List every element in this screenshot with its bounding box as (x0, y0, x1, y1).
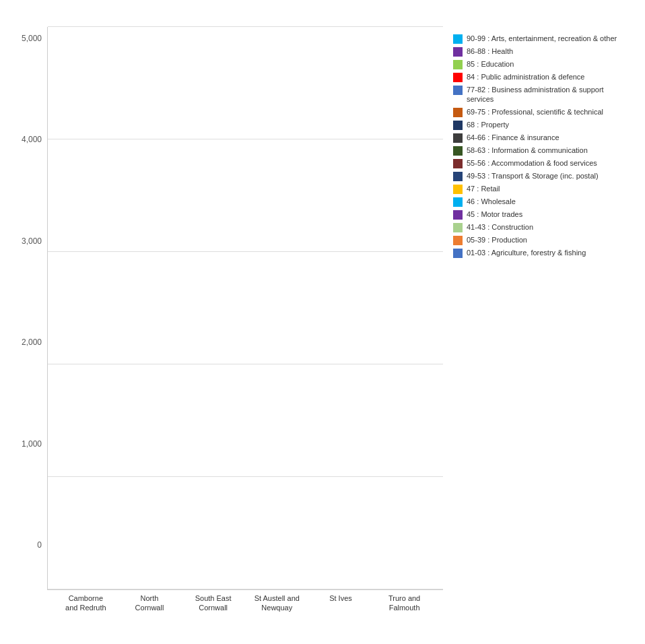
legend-label: 86-88 : Health (467, 46, 513, 56)
legend-color-box (453, 185, 463, 194)
legend-label: 41-43 : Construction (467, 222, 533, 232)
y-axis-label: 5,000 (22, 34, 42, 43)
legend-label: 47 : Retail (467, 184, 500, 193)
y-axis-label: 0 (37, 540, 42, 550)
x-axis-label: South East Cornwall (190, 590, 237, 631)
legend-item: 41-43 : Construction (453, 222, 632, 232)
legend-color-box (453, 133, 463, 143)
legend-color-box (453, 146, 463, 156)
legend-item: 84 : Public administration & defence (453, 72, 632, 82)
legend-label: 85 : Education (467, 59, 514, 69)
legend-color-box (453, 86, 463, 95)
x-axis-label: Camborne and Redruth (62, 590, 109, 631)
legend-label: 84 : Public administration & defence (467, 72, 585, 82)
legend-label: 45 : Motor trades (467, 210, 522, 219)
legend-label: 68 : Property (467, 120, 509, 129)
bars-row (48, 27, 443, 589)
legend-label: 49-53 : Transport & Storage (inc. postal… (467, 171, 599, 181)
x-axis-label: Truro and Falmouth (381, 590, 428, 631)
chart-inner (47, 27, 443, 590)
legend-item: 58-63 : Information & communication (453, 146, 632, 156)
y-axis-label: 3,000 (22, 236, 42, 246)
legend-label: 64-66 : Finance & insurance (467, 133, 559, 142)
legend-color-box (453, 172, 463, 181)
legend-item: 64-66 : Finance & insurance (453, 133, 632, 143)
legend-color-box (453, 121, 463, 130)
legend-item: 86-88 : Health (453, 46, 632, 57)
x-axis-label: St Austell and Newquay (253, 590, 300, 631)
legend-label: 05-39 : Production (467, 235, 527, 245)
legend-color-box (453, 34, 463, 44)
legend-color-box (453, 60, 463, 69)
legend-label: 58-63 : Information & communication (467, 146, 588, 155)
y-axis-label: 4,000 (22, 135, 42, 144)
legend-color-box (453, 108, 463, 117)
legend-item: 05-39 : Production (453, 235, 632, 245)
legend-label: 69-75 : Professional, scientific & techn… (467, 107, 603, 117)
legend-color-box (453, 197, 463, 207)
legend-color-box (453, 159, 463, 168)
legend-label: 46 : Wholesale (467, 197, 516, 206)
y-axis-label: 1,000 (22, 439, 42, 449)
legend-label: 55-56 : Accommodation & food services (467, 158, 597, 168)
legend-item: 69-75 : Professional, scientific & techn… (453, 107, 632, 117)
legend-item: 47 : Retail (453, 184, 632, 194)
legend-item: 46 : Wholesale (453, 197, 632, 207)
chart-container: 5,0004,0003,0002,0001,0000 Camborne and … (0, 0, 645, 644)
x-axis-label: St Ives (317, 590, 364, 631)
legend-item: 77-82 : Business administration & suppor… (453, 85, 632, 104)
legend-color-box (453, 236, 463, 245)
legend-item: 90-99 : Arts, entertainment, recreation … (453, 34, 632, 44)
x-axis-label: North Cornwall (126, 590, 173, 631)
legend-item: 68 : Property (453, 120, 632, 130)
legend-item: 49-53 : Transport & Storage (inc. postal… (453, 171, 632, 181)
legend-label: 77-82 : Business administration & suppor… (467, 85, 632, 104)
legend-color-box (453, 249, 463, 258)
plot-area: 5,0004,0003,0002,0001,0000 Camborne and … (13, 27, 443, 631)
legend-color-box (453, 73, 463, 82)
legend-item: 85 : Education (453, 59, 632, 69)
legend-label: 01-03 : Agriculture, forestry & fishing (467, 248, 586, 257)
legend-item: 55-56 : Accommodation & food services (453, 158, 632, 168)
legend-color-box (453, 210, 463, 220)
legend-color-box (453, 223, 463, 232)
legend-item: 01-03 : Agriculture, forestry & fishing (453, 248, 632, 258)
y-axis-label: 2,000 (22, 337, 42, 347)
y-axis: 5,0004,0003,0002,0001,0000 (13, 27, 47, 590)
bars-wrapper (47, 27, 443, 590)
legend: 90-99 : Arts, entertainment, recreation … (443, 27, 632, 631)
legend-label: 90-99 : Arts, entertainment, recreation … (467, 34, 617, 43)
x-axis: Camborne and RedruthNorth CornwallSouth … (13, 590, 443, 631)
legend-color-box (453, 47, 463, 57)
chart-area: 5,0004,0003,0002,0001,0000 Camborne and … (13, 27, 632, 631)
legend-item: 45 : Motor trades (453, 210, 632, 220)
